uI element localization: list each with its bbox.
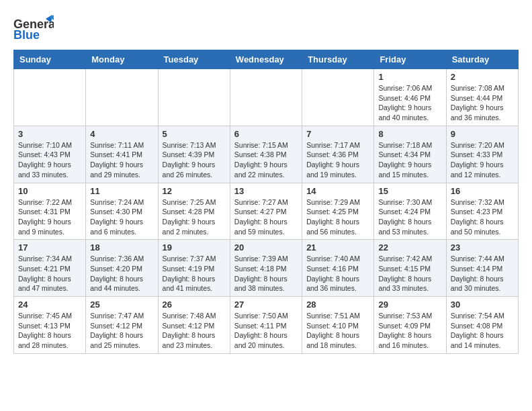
- day-info: Sunrise: 7:18 AMSunset: 4:34 PMDaylight:…: [378, 140, 441, 180]
- calendar-cell: [86, 69, 158, 126]
- calendar-cell: 1Sunrise: 7:06 AMSunset: 4:46 PMDaylight…: [374, 69, 446, 126]
- day-info: Sunrise: 7:22 AMSunset: 4:31 PMDaylight:…: [18, 197, 81, 237]
- calendar-cell: 13Sunrise: 7:27 AMSunset: 4:27 PMDayligh…: [230, 183, 302, 240]
- logo-general-text: General Blue: [13, 13, 54, 43]
- calendar-cell: 24Sunrise: 7:45 AMSunset: 4:13 PMDayligh…: [14, 297, 86, 354]
- day-number: 10: [18, 186, 81, 196]
- calendar-cell: 14Sunrise: 7:29 AMSunset: 4:25 PMDayligh…: [302, 183, 374, 240]
- day-number: 21: [306, 242, 369, 253]
- weekday-header: Thursday: [302, 50, 374, 69]
- day-info: Sunrise: 7:06 AMSunset: 4:46 PMDaylight:…: [378, 83, 441, 123]
- header: General Blue: [13, 13, 519, 43]
- calendar-cell: 29Sunrise: 7:53 AMSunset: 4:09 PMDayligh…: [374, 297, 446, 354]
- day-number: 24: [18, 300, 81, 310]
- calendar-cell: 18Sunrise: 7:36 AMSunset: 4:20 PMDayligh…: [86, 240, 158, 297]
- day-info: Sunrise: 7:30 AMSunset: 4:24 PMDaylight:…: [378, 197, 441, 237]
- day-info: Sunrise: 7:13 AMSunset: 4:39 PMDaylight:…: [163, 140, 226, 180]
- day-number: 25: [90, 300, 153, 310]
- day-number: 23: [451, 242, 514, 253]
- calendar-cell: 3Sunrise: 7:10 AMSunset: 4:43 PMDaylight…: [14, 126, 86, 183]
- calendar-cell: 22Sunrise: 7:42 AMSunset: 4:15 PMDayligh…: [374, 240, 446, 297]
- svg-text:Blue: Blue: [13, 28, 40, 40]
- day-number: 22: [378, 242, 441, 253]
- day-info: Sunrise: 7:45 AMSunset: 4:13 PMDaylight:…: [18, 311, 81, 351]
- calendar-cell: 15Sunrise: 7:30 AMSunset: 4:24 PMDayligh…: [374, 183, 446, 240]
- calendar-cell: [302, 69, 374, 126]
- logo: General Blue: [13, 13, 54, 43]
- calendar-cell: 23Sunrise: 7:44 AMSunset: 4:14 PMDayligh…: [446, 240, 518, 297]
- day-info: Sunrise: 7:32 AMSunset: 4:23 PMDaylight:…: [451, 197, 514, 237]
- calendar-cell: 12Sunrise: 7:25 AMSunset: 4:28 PMDayligh…: [158, 183, 230, 240]
- calendar-cell: [230, 69, 302, 126]
- calendar-cell: 16Sunrise: 7:32 AMSunset: 4:23 PMDayligh…: [446, 183, 518, 240]
- calendar-cell: [158, 69, 230, 126]
- calendar-cell: 8Sunrise: 7:18 AMSunset: 4:34 PMDaylight…: [374, 126, 446, 183]
- calendar-cell: 4Sunrise: 7:11 AMSunset: 4:41 PMDaylight…: [86, 126, 158, 183]
- day-number: 29: [378, 300, 441, 310]
- calendar-header: SundayMondayTuesdayWednesdayThursdayFrid…: [14, 50, 519, 69]
- calendar-cell: 9Sunrise: 7:20 AMSunset: 4:33 PMDaylight…: [446, 126, 518, 183]
- weekday-header: Sunday: [14, 50, 86, 69]
- day-info: Sunrise: 7:50 AMSunset: 4:11 PMDaylight:…: [234, 311, 298, 351]
- calendar-cell: 28Sunrise: 7:51 AMSunset: 4:10 PMDayligh…: [302, 297, 374, 354]
- day-info: Sunrise: 7:39 AMSunset: 4:18 PMDaylight:…: [234, 254, 298, 293]
- day-number: 11: [90, 186, 153, 196]
- day-number: 13: [234, 186, 298, 196]
- day-number: 28: [306, 300, 369, 310]
- day-number: 9: [451, 129, 514, 139]
- day-info: Sunrise: 7:29 AMSunset: 4:25 PMDaylight:…: [306, 197, 369, 237]
- day-info: Sunrise: 7:11 AMSunset: 4:41 PMDaylight:…: [90, 140, 153, 180]
- calendar-cell: 7Sunrise: 7:17 AMSunset: 4:36 PMDaylight…: [302, 126, 374, 183]
- day-number: 27: [234, 300, 298, 310]
- day-number: 7: [306, 129, 369, 139]
- day-number: 20: [234, 242, 298, 253]
- calendar-table: SundayMondayTuesdayWednesdayThursdayFrid…: [13, 50, 519, 354]
- day-number: 14: [306, 186, 369, 196]
- day-number: 3: [18, 129, 81, 139]
- day-info: Sunrise: 7:36 AMSunset: 4:20 PMDaylight:…: [90, 254, 153, 293]
- day-info: Sunrise: 7:37 AMSunset: 4:19 PMDaylight:…: [163, 254, 226, 293]
- day-info: Sunrise: 7:24 AMSunset: 4:30 PMDaylight:…: [90, 197, 153, 237]
- calendar-cell: 17Sunrise: 7:34 AMSunset: 4:21 PMDayligh…: [14, 240, 86, 297]
- day-number: 5: [163, 129, 226, 139]
- day-info: Sunrise: 7:10 AMSunset: 4:43 PMDaylight:…: [18, 140, 81, 180]
- day-info: Sunrise: 7:54 AMSunset: 4:08 PMDaylight:…: [451, 311, 514, 351]
- day-number: 16: [451, 186, 514, 196]
- day-info: Sunrise: 7:40 AMSunset: 4:16 PMDaylight:…: [306, 254, 369, 293]
- day-info: Sunrise: 7:48 AMSunset: 4:12 PMDaylight:…: [163, 311, 226, 351]
- day-number: 8: [378, 129, 441, 139]
- calendar-cell: 21Sunrise: 7:40 AMSunset: 4:16 PMDayligh…: [302, 240, 374, 297]
- day-number: 15: [378, 186, 441, 196]
- day-info: Sunrise: 7:20 AMSunset: 4:33 PMDaylight:…: [451, 140, 514, 180]
- weekday-header: Friday: [374, 50, 446, 69]
- day-info: Sunrise: 7:42 AMSunset: 4:15 PMDaylight:…: [378, 254, 441, 293]
- calendar-cell: 6Sunrise: 7:15 AMSunset: 4:38 PMDaylight…: [230, 126, 302, 183]
- calendar-cell: 2Sunrise: 7:08 AMSunset: 4:44 PMDaylight…: [446, 69, 518, 126]
- day-number: 26: [163, 300, 226, 310]
- day-number: 1: [378, 72, 441, 82]
- calendar-cell: 11Sunrise: 7:24 AMSunset: 4:30 PMDayligh…: [86, 183, 158, 240]
- day-number: 30: [451, 300, 514, 310]
- day-number: 6: [234, 129, 298, 139]
- day-info: Sunrise: 7:34 AMSunset: 4:21 PMDaylight:…: [18, 254, 81, 293]
- weekday-header: Wednesday: [230, 50, 302, 69]
- day-number: 2: [451, 72, 514, 82]
- day-info: Sunrise: 7:25 AMSunset: 4:28 PMDaylight:…: [163, 197, 226, 237]
- day-info: Sunrise: 7:15 AMSunset: 4:38 PMDaylight:…: [234, 140, 298, 180]
- weekday-header: Tuesday: [158, 50, 230, 69]
- day-info: Sunrise: 7:47 AMSunset: 4:12 PMDaylight:…: [90, 311, 153, 351]
- calendar-cell: 27Sunrise: 7:50 AMSunset: 4:11 PMDayligh…: [230, 297, 302, 354]
- day-info: Sunrise: 7:53 AMSunset: 4:09 PMDaylight:…: [378, 311, 441, 351]
- day-number: 18: [90, 242, 153, 253]
- day-info: Sunrise: 7:51 AMSunset: 4:10 PMDaylight:…: [306, 311, 369, 351]
- weekday-header: Monday: [86, 50, 158, 69]
- calendar-cell: 10Sunrise: 7:22 AMSunset: 4:31 PMDayligh…: [14, 183, 86, 240]
- day-number: 19: [163, 242, 226, 253]
- weekday-header: Saturday: [446, 50, 518, 69]
- calendar-cell: 25Sunrise: 7:47 AMSunset: 4:12 PMDayligh…: [86, 297, 158, 354]
- calendar-cell: 20Sunrise: 7:39 AMSunset: 4:18 PMDayligh…: [230, 240, 302, 297]
- calendar-cell: 19Sunrise: 7:37 AMSunset: 4:19 PMDayligh…: [158, 240, 230, 297]
- day-info: Sunrise: 7:17 AMSunset: 4:36 PMDaylight:…: [306, 140, 369, 180]
- calendar-cell: 5Sunrise: 7:13 AMSunset: 4:39 PMDaylight…: [158, 126, 230, 183]
- day-info: Sunrise: 7:44 AMSunset: 4:14 PMDaylight:…: [451, 254, 514, 293]
